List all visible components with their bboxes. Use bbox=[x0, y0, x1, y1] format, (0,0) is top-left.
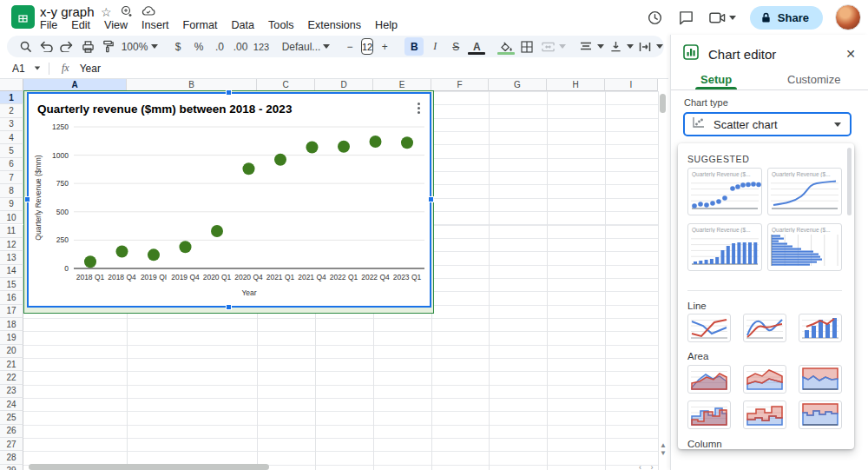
chart-type-caret-icon[interactable] bbox=[834, 122, 841, 127]
row-header-4[interactable]: 4 bbox=[0, 131, 23, 144]
print-icon[interactable] bbox=[78, 37, 97, 56]
zoom-caret-icon[interactable] bbox=[151, 44, 158, 49]
row-header-26[interactable]: 26 bbox=[0, 425, 23, 438]
column-header-G[interactable]: G bbox=[489, 79, 547, 91]
row-header-21[interactable]: 21 bbox=[0, 358, 23, 371]
column-header-I[interactable]: I bbox=[605, 79, 658, 91]
spreadsheet-grid[interactable]: ABCDEFGHI 123456789101112131415161718192… bbox=[0, 79, 668, 470]
chart-type-line1[interactable] bbox=[687, 314, 731, 342]
undo-icon[interactable] bbox=[36, 37, 56, 56]
row-header-9[interactable]: 9 bbox=[0, 198, 23, 211]
horizontal-align-caret-icon[interactable] bbox=[597, 44, 604, 49]
chart-type-area1[interactable] bbox=[687, 365, 731, 394]
row-header-10[interactable]: 10 bbox=[0, 211, 23, 224]
chart-type-line3[interactable] bbox=[799, 314, 842, 342]
tab-customize[interactable]: Customize bbox=[787, 73, 840, 86]
chart-type-area5[interactable] bbox=[743, 400, 786, 429]
row-header-2[interactable]: 2 bbox=[0, 104, 23, 117]
suggested-chart-scatter[interactable]: Quarterly Revenue ($... bbox=[687, 168, 762, 215]
column-header-F[interactable]: F bbox=[431, 79, 489, 91]
row-header-24[interactable]: 24 bbox=[0, 398, 23, 411]
decrease-decimal-button[interactable]: .0 bbox=[210, 37, 229, 56]
row-header-20[interactable]: 20 bbox=[0, 345, 23, 358]
menu-data[interactable]: Data bbox=[224, 17, 261, 33]
column-header-D[interactable]: D bbox=[315, 79, 373, 91]
vertical-align-caret-icon[interactable] bbox=[627, 44, 634, 49]
merge-caret-icon[interactable] bbox=[559, 44, 566, 49]
row-header-7[interactable]: 7 bbox=[0, 171, 23, 184]
suggested-chart-bar[interactable]: Quarterly Revenue ($... bbox=[767, 223, 842, 271]
chart-type-area4[interactable] bbox=[687, 400, 731, 429]
row-header-16[interactable]: 16 bbox=[0, 291, 23, 304]
column-header-B[interactable]: B bbox=[127, 79, 257, 91]
redo-icon[interactable] bbox=[57, 37, 76, 56]
menu-extensions[interactable]: Extensions bbox=[300, 17, 368, 33]
chart-handle-top[interactable] bbox=[226, 89, 232, 96]
font-select[interactable]: Defaul... bbox=[281, 37, 321, 56]
merge-cells-button[interactable] bbox=[538, 37, 557, 56]
increase-decimal-button[interactable]: .00 bbox=[231, 37, 250, 56]
text-wrap-button[interactable] bbox=[635, 37, 654, 56]
chart-handle-left[interactable] bbox=[24, 196, 30, 202]
paint-format-icon[interactable] bbox=[99, 37, 118, 56]
column-header-H[interactable]: H bbox=[547, 79, 605, 91]
row-header-11[interactable]: 11 bbox=[0, 225, 23, 238]
row-header-3[interactable]: 3 bbox=[0, 118, 23, 131]
name-box[interactable]: A1 bbox=[0, 63, 47, 75]
bold-button[interactable]: B bbox=[404, 37, 424, 56]
row-header-27[interactable]: 27 bbox=[0, 438, 23, 451]
embedded-chart[interactable]: Quarterly revenue ($mm) between 2018 - 2… bbox=[27, 92, 431, 308]
horizontal-scrollbar[interactable] bbox=[29, 464, 269, 470]
meet-video-icon[interactable] bbox=[708, 8, 738, 27]
row-header-8[interactable]: 8 bbox=[0, 184, 23, 197]
row-header-23[interactable]: 23 bbox=[0, 385, 23, 398]
sheets-logo-icon[interactable] bbox=[11, 5, 35, 29]
strikethrough-button[interactable]: S bbox=[446, 37, 465, 56]
zoom-control[interactable]: 100% bbox=[120, 37, 149, 56]
column-header-C[interactable]: C bbox=[257, 79, 315, 91]
row-header-25[interactable]: 25 bbox=[0, 411, 23, 424]
row-header-19[interactable]: 19 bbox=[0, 331, 23, 344]
version-history-icon[interactable] bbox=[646, 8, 665, 27]
row-header-29[interactable]: 29 bbox=[0, 465, 23, 470]
horizontal-align-button[interactable] bbox=[576, 37, 595, 56]
meet-caret-icon[interactable] bbox=[729, 16, 736, 20]
increase-font-size-button[interactable]: + bbox=[375, 37, 394, 56]
row-header-18[interactable]: 18 bbox=[0, 318, 23, 331]
menu-file[interactable]: File bbox=[33, 17, 64, 33]
row-header-15[interactable]: 15 bbox=[0, 278, 23, 291]
chart-options-icon[interactable] bbox=[412, 99, 424, 116]
text-color-button[interactable]: A bbox=[467, 37, 486, 56]
row-header-22[interactable]: 22 bbox=[0, 371, 23, 384]
chart-type-area3[interactable] bbox=[799, 365, 842, 394]
menu-tools[interactable]: Tools bbox=[261, 17, 300, 33]
row-header-14[interactable]: 14 bbox=[0, 265, 23, 278]
menu-help[interactable]: Help bbox=[368, 17, 404, 33]
namebox-caret-icon[interactable] bbox=[34, 67, 39, 70]
search-icon[interactable] bbox=[16, 37, 35, 56]
chart-type-select[interactable]: Scatter chart bbox=[683, 112, 852, 136]
fill-color-button[interactable] bbox=[496, 37, 516, 56]
account-avatar[interactable] bbox=[835, 4, 861, 30]
row-header-5[interactable]: 5 bbox=[0, 144, 23, 157]
italic-button[interactable]: I bbox=[425, 37, 444, 56]
chart-type-area2[interactable] bbox=[743, 365, 786, 394]
menu-view[interactable]: View bbox=[97, 17, 135, 33]
percent-format-button[interactable]: % bbox=[189, 37, 208, 56]
chart-type-area6[interactable] bbox=[799, 400, 842, 429]
row-header-12[interactable]: 12 bbox=[0, 238, 23, 251]
vertical-scrollbar[interactable] bbox=[660, 94, 666, 113]
borders-button[interactable] bbox=[517, 37, 536, 56]
decrease-font-size-button[interactable]: − bbox=[340, 37, 359, 56]
currency-format-button[interactable]: $ bbox=[168, 37, 187, 56]
horizontal-scroll-arrows-icon[interactable]: ‹ › bbox=[639, 463, 657, 470]
dropdown-scrollbar[interactable] bbox=[847, 148, 852, 215]
close-panel-icon[interactable]: ✕ bbox=[842, 47, 859, 61]
row-header-17[interactable]: 17 bbox=[0, 305, 23, 318]
menu-edit[interactable]: Edit bbox=[64, 17, 97, 33]
share-button[interactable]: Share bbox=[750, 6, 823, 30]
suggested-chart-column[interactable]: Quarterly Revenue ($... bbox=[687, 223, 762, 271]
formula-input[interactable]: Year bbox=[80, 63, 101, 75]
row-header-6[interactable]: 6 bbox=[0, 158, 23, 171]
font-size-input[interactable]: 12 bbox=[361, 38, 373, 55]
